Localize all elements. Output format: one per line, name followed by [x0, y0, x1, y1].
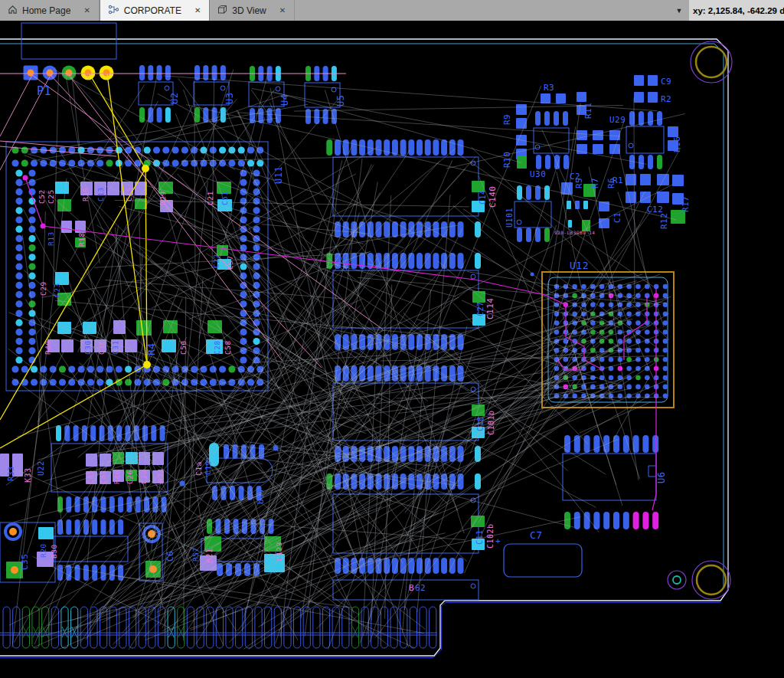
tab-corporate[interactable]: CORPORATE ✕: [100, 0, 211, 21]
close-icon[interactable]: ✕: [277, 5, 288, 15]
designator-R10: R10: [502, 152, 512, 168]
pga-pad: [219, 365, 226, 372]
magenta-via: [41, 224, 46, 229]
smd-pad: [561, 182, 573, 195]
component-outline: [21, 23, 116, 59]
pga-pad: [59, 378, 66, 385]
ratsnest-line: [358, 277, 661, 304]
smd-pad: [416, 558, 423, 574]
smd-pad: [433, 558, 439, 574]
bga-pad: [635, 284, 641, 290]
tab-home-page[interactable]: Home Page ✕: [0, 0, 100, 21]
pcb-layout-svg[interactable]: P1U2U3U4U5U11R3R11C9R2R9R10U30U29R5R7R6R…: [0, 0, 784, 678]
smd-pad: [408, 558, 414, 574]
pcb-canvas[interactable]: P1U2U3U4U5U11R3R11C9R2R9R10U30U29R5R7R6R…: [0, 0, 784, 678]
bga-pad: [663, 329, 668, 335]
smd-pad: [74, 425, 79, 441]
pga-pad: [21, 159, 28, 166]
cube-icon: [217, 5, 227, 17]
bga-pad: [635, 394, 641, 399]
ratsnest-line: [72, 74, 80, 152]
smd-pad: [633, 512, 639, 529]
yellow-via: [143, 361, 151, 368]
smd-pad: [583, 201, 588, 209]
smd-pad: [57, 199, 71, 211]
pga-pad: [15, 347, 22, 354]
smd-pad: [351, 139, 357, 156]
pga-pad: [28, 347, 35, 354]
mounting-hole: [692, 561, 730, 599]
cursor-coordinates: xy: 2,125.84, -642.29 dxdy:: [689, 0, 784, 21]
smd-pad: [75, 496, 80, 513]
designator-U11: U11: [273, 166, 284, 184]
smd-pad: [351, 253, 357, 269]
smd-pad: [668, 126, 678, 137]
designator-U30: U30: [530, 169, 546, 179]
close-icon[interactable]: ✕: [192, 5, 203, 15]
smd-pad: [652, 512, 658, 529]
smd-pad: [55, 182, 69, 194]
smd-pad: [535, 228, 541, 242]
pga-pad: [219, 146, 226, 153]
smd-pad: [384, 139, 390, 156]
smd-pad: [639, 155, 644, 169]
smd-pad: [57, 322, 71, 334]
pga-pad: [240, 263, 247, 270]
pga-pad: [253, 207, 260, 214]
pga-pad: [15, 300, 22, 307]
designator-C45: C45: [86, 470, 94, 484]
designator-C57: C57: [226, 255, 234, 270]
smd-pad: [657, 192, 669, 203]
bga-pad: [626, 311, 632, 316]
designator-R46: R46: [113, 470, 121, 484]
smd-pad: [526, 228, 531, 242]
designator-C14: C14: [479, 189, 487, 205]
pga-pad: [28, 263, 35, 270]
mounting-hole: [696, 47, 727, 77]
pin1-marker: [165, 86, 169, 90]
component-outline: [626, 126, 664, 153]
bga-pad: [645, 348, 650, 353]
pga-pad: [15, 188, 22, 195]
edge-finger: [371, 607, 378, 648]
via: [180, 481, 185, 486]
designator-U12: U12: [570, 260, 589, 271]
smd-pad: [554, 111, 559, 126]
pga-pad: [162, 146, 169, 153]
smd-pad: [623, 512, 629, 529]
smd-pad: [516, 118, 527, 129]
smd-pad: [545, 155, 550, 169]
smd-pad: [517, 228, 522, 242]
ratsnest-line: [244, 212, 360, 617]
bga-pad: [663, 339, 668, 344]
designator-62: 62: [415, 583, 426, 593]
designator-R7: R7: [590, 178, 600, 188]
ratsnest-line: [405, 224, 640, 513]
smd-pad: [640, 192, 651, 203]
ratsnest-line: [258, 392, 655, 627]
smd-pad: [107, 182, 119, 195]
smd-pad: [458, 221, 464, 237]
close-icon[interactable]: ✕: [81, 5, 92, 15]
pga-pad: [240, 188, 247, 195]
smd-pad: [66, 496, 71, 513]
bga-pad: [635, 375, 641, 381]
ratsnest-line: [106, 72, 158, 346]
tab-list-dropdown[interactable]: ▼: [669, 0, 689, 21]
smd-pad: [90, 425, 96, 441]
smd-pad: [64, 425, 70, 441]
tab-3d-view[interactable]: 3D View ✕: [210, 0, 295, 21]
smd-pad: [220, 65, 226, 80]
designator-C6: C6: [165, 551, 175, 562]
bga-pad: [635, 339, 641, 344]
smd-pad: [648, 111, 653, 126]
pga-pad: [15, 273, 22, 280]
bga-pad: [663, 385, 668, 390]
smd-pad: [433, 139, 439, 156]
smd-pad: [609, 130, 620, 140]
smd-pad: [458, 446, 464, 462]
smd-pad: [165, 107, 171, 123]
ratsnest-line: [550, 120, 625, 334]
pga-pad: [78, 365, 85, 372]
pga-pad: [247, 378, 254, 385]
